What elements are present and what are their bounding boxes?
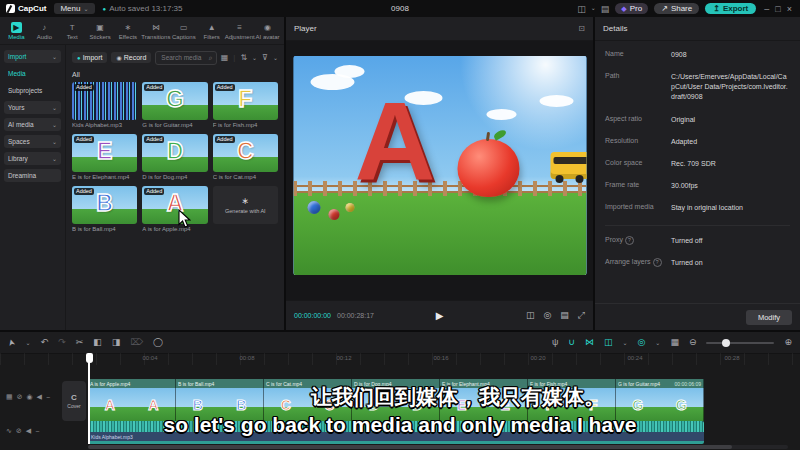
scrollbar-thumb[interactable] — [88, 445, 732, 449]
play-button[interactable]: ▶ — [436, 310, 444, 321]
media-card-c-is-for-cat-mp4[interactable]: AddedCC is for Cat.mp4 — [213, 134, 278, 180]
delete-right-icon[interactable]: ◨ — [112, 338, 121, 347]
import-button[interactable]: ● Import — [72, 52, 107, 63]
tab-audio[interactable]: ♪Audio — [31, 22, 58, 40]
timeline-toolbar: ➤⌄↶↷✂◧◨⌦◯ ψ∪⋈◫⌄◎⌄▦ ⊖ ⊕ — [0, 332, 800, 354]
sidebar-item-yours[interactable]: Yours⌄ — [4, 101, 61, 114]
sidebar-item-spaces[interactable]: Spaces⌄ — [4, 135, 61, 148]
tab-effects[interactable]: ∗Effects — [115, 22, 142, 40]
panel-toggle-icon[interactable]: ▤ — [601, 4, 610, 14]
share-button[interactable]: ↗ Share — [654, 3, 699, 14]
media-card-d-is-for-dog-mp4[interactable]: AddedDD is for Dog.mp4 — [142, 134, 207, 180]
redo-icon[interactable]: ↷ — [58, 338, 66, 347]
mouse-cursor — [178, 209, 191, 229]
sort-icon[interactable]: ⇅ — [240, 53, 247, 62]
collapse-player-icon[interactable]: ⊡ — [578, 24, 585, 33]
auto-link-icon[interactable]: ⋈ — [585, 338, 594, 347]
freeze-icon[interactable]: ◯ — [153, 338, 163, 347]
tab-stickers[interactable]: ▣Stickers — [87, 22, 114, 40]
minimize-button[interactable]: – — [762, 4, 771, 14]
zoom-out-icon[interactable]: ⊖ — [689, 338, 697, 347]
pro-badge[interactable]: ◆ Pro — [615, 3, 648, 14]
mute-track-icon[interactable]: ◀ — [26, 427, 31, 435]
filter-all-label[interactable]: All — [72, 71, 278, 78]
tab-transitions[interactable]: ⋈Transitions — [142, 22, 169, 40]
track-mode-icon[interactable]: ◎ — [638, 338, 646, 347]
search-input[interactable] — [159, 53, 207, 62]
zoom-slider-thumb[interactable] — [722, 339, 730, 347]
media-card-kids-alphabet-mp3[interactable]: AddedKids Alphabet.mp3 — [72, 82, 137, 128]
media-card-b-is-for-ball-mp4[interactable]: AddedBB is for Ball.mp4 — [72, 186, 137, 232]
horizontal-scrollbar[interactable] — [88, 445, 788, 449]
audio-clip-baseline — [88, 441, 704, 444]
media-card-e-is-for-elephant-mp4[interactable]: AddedEE is for Elephant.mp4 — [72, 134, 137, 180]
snapping-icon[interactable]: ◫ — [604, 338, 613, 347]
search-box[interactable]: ⌕ — [155, 51, 216, 65]
tab-label: Filters — [204, 34, 220, 40]
playhead[interactable] — [85, 353, 93, 444]
modify-button[interactable]: Modify — [746, 310, 792, 325]
media-card-g-is-for-guitar-mp4[interactable]: AddedGG is for Guitar.mp4 — [142, 82, 207, 128]
timeline-ruler[interactable]: 00:0400:0800:1200:1600:2000:2400:28 — [0, 353, 800, 365]
menu-button[interactable]: Menu ⌄ — [54, 3, 94, 14]
sidebar-item-dreamina[interactable]: Dreamina — [4, 169, 61, 182]
filter-icon[interactable]: ⊽ — [262, 53, 268, 62]
delete-left-icon[interactable]: ◧ — [93, 338, 102, 347]
track-type-video-icon[interactable]: ▦ — [6, 393, 13, 401]
detail-value: Turned off — [671, 236, 703, 246]
export-button[interactable]: ↥ Export — [705, 3, 756, 14]
close-button[interactable]: × — [785, 4, 794, 14]
voiceover-icon[interactable]: ψ — [552, 338, 558, 347]
sidebar-item-media[interactable]: Media — [4, 67, 61, 80]
mute-track-icon[interactable]: ◀ — [37, 393, 42, 401]
media-library-panel: ▶Media♪AudioTText▣Stickers∗Effects⋈Trans… — [0, 17, 284, 330]
collapse-track-icon[interactable]: − — [46, 394, 50, 401]
tab-adjustment[interactable]: ≡Adjustment — [226, 22, 253, 40]
timeline-zoom-slider[interactable] — [706, 342, 774, 344]
tab-text[interactable]: TText — [59, 22, 86, 40]
magnet-icon[interactable]: ∪ — [568, 338, 575, 347]
media-card-f-is-for-fish-mp4[interactable]: AddedFF is for Fish.mp4 — [213, 82, 278, 128]
hide-track-icon[interactable]: ◉ — [27, 393, 33, 401]
video-preview[interactable]: A — [293, 56, 586, 275]
sidebar-item-import[interactable]: Import⌄ — [4, 50, 61, 63]
chevron-down-icon: ⌄ — [52, 53, 57, 60]
generate-with-ai-button[interactable]: ∗Generate with AI — [213, 186, 278, 224]
tab-media[interactable]: ▶Media — [3, 22, 30, 40]
tab-filters[interactable]: ▲Filters — [198, 22, 225, 40]
sidebar-item-subprojects[interactable]: Subprojects — [4, 84, 61, 97]
quality-icon[interactable]: ▤ — [560, 310, 569, 321]
undo-icon[interactable]: ↶ — [41, 338, 49, 347]
split-icon[interactable]: ✂ — [76, 338, 84, 347]
grid-view-icon[interactable]: ▦ — [221, 53, 229, 62]
school-bus-graphic — [550, 152, 586, 179]
record-button[interactable]: ◉ Record — [111, 52, 151, 63]
lock-track-icon[interactable]: ⊘ — [17, 393, 23, 401]
delete-icon[interactable]: ⌦ — [130, 338, 143, 347]
clip-name-bar: B is for Ball.mp4 — [176, 379, 264, 388]
motion-tracking-icon[interactable]: ◎ — [543, 310, 551, 321]
fullscreen-icon[interactable]: ⤢ — [578, 310, 585, 321]
chevron-down-icon: ⌄ — [52, 121, 57, 128]
sidebar-item-label: Media — [8, 70, 26, 77]
split-screen-icon[interactable]: ◫ — [526, 310, 535, 321]
thumbnail-letter: E — [97, 138, 112, 165]
collapse-track-icon[interactable]: − — [35, 428, 39, 435]
tab-ai-avatar[interactable]: ◉AI avatar — [254, 22, 281, 40]
lock-track-icon[interactable]: ⊘ — [16, 427, 22, 435]
cover-button[interactable]: C Cover — [62, 381, 86, 421]
preview-axis-icon[interactable]: ▦ — [670, 338, 679, 347]
sidebar-item-ai-media[interactable]: AI media⌄ — [4, 118, 61, 131]
sidebar-item-library[interactable]: Library⌄ — [4, 152, 61, 165]
media-card-a-is-for-apple-mp4[interactable]: AddedAA is for Apple.mp4 — [142, 186, 207, 232]
added-badge: Added — [74, 188, 94, 195]
tab-captions[interactable]: ▭Captions — [170, 22, 197, 40]
clip-letter: G — [632, 397, 643, 413]
select-tool-icon[interactable]: ➤ — [6, 338, 17, 348]
maximize-button[interactable]: □ — [773, 4, 782, 14]
zoom-in-icon[interactable]: ⊕ — [784, 338, 792, 347]
track-type-audio-icon[interactable]: ∿ — [6, 427, 12, 435]
tab-label: Stickers — [89, 34, 110, 40]
workspace-layout-icon[interactable]: ◫ — [577, 4, 586, 14]
ball-blue — [308, 201, 321, 214]
